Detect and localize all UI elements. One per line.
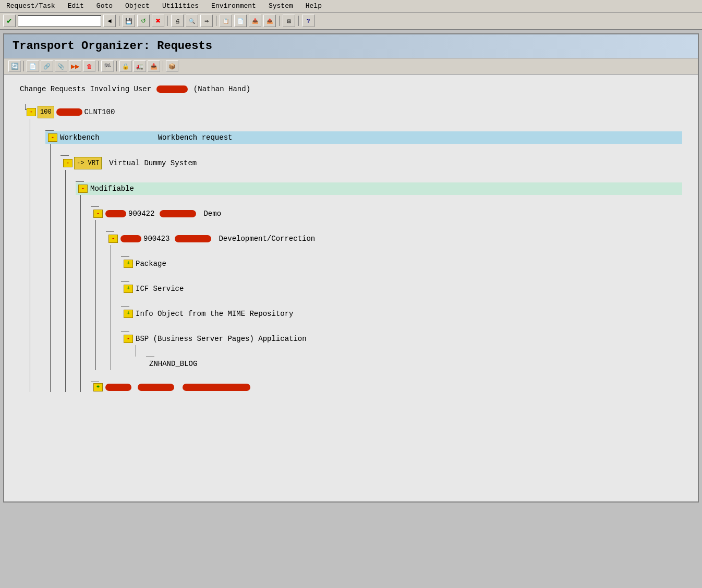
folder-bottom-icon[interactable]: + bbox=[93, 383, 103, 391]
tree-node-bottom-connector bbox=[91, 370, 682, 383]
sec-delete-button[interactable]: 🗑 bbox=[83, 60, 95, 72]
page-title: Transport Organizer: Requests bbox=[13, 40, 212, 53]
clipboard3-button[interactable]: 📥 bbox=[249, 15, 261, 27]
grid-button[interactable]: ⊞ bbox=[283, 15, 295, 27]
header-text: Change Requests Involving User (Nathan H… bbox=[20, 85, 682, 93]
tree-node-vrt[interactable]: - -> VRT Virtual Dummy System bbox=[60, 156, 682, 170]
folder-bsp-icon[interactable]: - bbox=[124, 335, 133, 343]
clipboard2-button[interactable]: 📄 bbox=[234, 15, 247, 27]
tree-node-workbench[interactable]: - Workbench Workbench request bbox=[45, 131, 682, 144]
find-next-button[interactable]: ⇒ bbox=[200, 15, 213, 27]
folder-vrt-icon[interactable]: - bbox=[63, 159, 72, 167]
clipboard4-button[interactable]: 📤 bbox=[263, 15, 276, 27]
sec-import-button[interactable]: 📥 bbox=[148, 60, 160, 72]
command-field[interactable] bbox=[18, 15, 101, 27]
back-button[interactable]: ◄ bbox=[103, 15, 116, 27]
menu-bar: Request/Task Edit Goto Object Utilities … bbox=[0, 0, 702, 13]
workbench-label: Workbench bbox=[60, 132, 100, 143]
sec-sep-2 bbox=[98, 61, 99, 71]
tree-node-package[interactable]: + Package bbox=[121, 258, 682, 270]
tree-node-vrt-connector bbox=[60, 144, 682, 156]
separator-3 bbox=[216, 16, 216, 26]
node-900423-num: 900423 bbox=[143, 233, 170, 244]
info-label: Info Object from the MIME Repository bbox=[136, 308, 293, 320]
refresh-button[interactable]: ↺ bbox=[137, 15, 150, 27]
vrt-desc: Virtual Dummy System bbox=[109, 157, 197, 169]
tree-node-modifiable[interactable]: - Modifiable bbox=[76, 182, 682, 195]
znhand-label: ZNHAND_BLOG bbox=[149, 358, 197, 370]
sec-transport-button[interactable]: ▶▶ bbox=[69, 60, 81, 72]
menu-system[interactable]: System bbox=[267, 2, 295, 10]
find-button[interactable]: 🔍 bbox=[186, 15, 198, 27]
tree-node-package-connector bbox=[121, 245, 682, 258]
node-bottom-redacted1 bbox=[105, 384, 131, 391]
tree-node-900422[interactable]: - 900422 Demo bbox=[91, 207, 682, 220]
node-100-redacted bbox=[56, 108, 82, 116]
icf-label: ICF Service bbox=[136, 283, 184, 295]
tree-node-info-connector bbox=[121, 295, 682, 308]
print-button[interactable]: 🖨 bbox=[171, 15, 184, 27]
menu-utilities[interactable]: Utilities bbox=[160, 2, 201, 10]
tree-node-icf[interactable]: + ICF Service bbox=[121, 283, 682, 295]
folder-workbench-icon[interactable]: - bbox=[48, 133, 57, 142]
folder-900423-icon[interactable]: - bbox=[108, 235, 118, 243]
tree-node-workbench-connector bbox=[45, 119, 682, 131]
sec-truck-button[interactable]: 🚛 bbox=[134, 60, 146, 72]
help-button[interactable]: ? bbox=[302, 15, 314, 27]
menu-goto[interactable]: Goto bbox=[94, 2, 115, 10]
change-requests-label: Change Requests Involving User bbox=[20, 85, 151, 93]
system-toolbar: ✔ ◄ 💾 ↺ ✖ 🖨 🔍 ⇒ 📋 📄 📥 📤 ⊞ ? bbox=[0, 13, 702, 30]
node-900422-num: 900422 bbox=[128, 208, 154, 219]
sec-sep-4 bbox=[163, 61, 163, 71]
sec-new-button[interactable]: 📄 bbox=[27, 60, 39, 72]
bsp-label: BSP (Business Server Pages) Application bbox=[136, 333, 307, 345]
sec-refresh-button[interactable]: 🔄 bbox=[8, 60, 21, 72]
tree-node-icf-connector bbox=[121, 270, 682, 283]
save-button[interactable]: 💾 bbox=[123, 15, 135, 27]
menu-request-task[interactable]: Request/Task bbox=[4, 2, 57, 10]
tree-node-znhand-connector bbox=[146, 345, 682, 358]
sec-object-button[interactable]: 📦 bbox=[166, 60, 178, 72]
stop-button[interactable]: ✖ bbox=[152, 15, 164, 27]
folder-package-icon[interactable]: + bbox=[124, 260, 133, 268]
node-100-tag: 100 bbox=[38, 106, 54, 118]
tree-node-znhand[interactable]: ZNHAND_BLOG bbox=[146, 358, 682, 370]
sec-sep-1 bbox=[23, 61, 24, 71]
modifiable-label: Modifiable bbox=[90, 183, 134, 194]
node-900422-redacted2 bbox=[160, 210, 196, 217]
separator-2 bbox=[167, 16, 168, 26]
folder-100-icon[interactable]: - bbox=[27, 108, 36, 116]
tree-node-bottom[interactable]: + bbox=[91, 383, 682, 392]
tree-node-bsp[interactable]: - BSP (Business Server Pages) Applicatio… bbox=[121, 333, 682, 345]
menu-object[interactable]: Object bbox=[123, 2, 152, 10]
check-button[interactable]: ✔ bbox=[3, 15, 16, 27]
username-redacted bbox=[156, 85, 188, 93]
folder-icf-icon[interactable]: + bbox=[124, 285, 133, 293]
workbench-desc: Workbench request bbox=[158, 132, 233, 143]
sec-lock-button[interactable]: 🔒 bbox=[119, 60, 132, 72]
main-window: Transport Organizer: Requests 🔄 📄 🔗 📎 ▶▶… bbox=[3, 33, 699, 503]
folder-info-icon[interactable]: + bbox=[124, 310, 133, 318]
separator-4 bbox=[279, 16, 280, 26]
separator-5 bbox=[298, 16, 299, 26]
folder-modifiable-icon[interactable]: - bbox=[78, 185, 88, 193]
sec-release-button[interactable]: 🏁 bbox=[101, 60, 114, 72]
menu-edit[interactable]: Edit bbox=[66, 2, 86, 10]
content-area: Change Requests Involving User (Nathan H… bbox=[4, 75, 698, 402]
separator-1 bbox=[119, 16, 119, 26]
tree-node-100[interactable]: - 100 CLNT100 bbox=[20, 105, 682, 119]
node-900423-desc: Development/Correction bbox=[219, 233, 315, 244]
sec-link-button[interactable]: 🔗 bbox=[41, 60, 53, 72]
sec-sep-3 bbox=[116, 61, 117, 71]
page-title-bar: Transport Organizer: Requests bbox=[4, 34, 698, 58]
node-bottom-redacted3 bbox=[183, 384, 250, 391]
clipboard1-button[interactable]: 📋 bbox=[220, 15, 232, 27]
folder-900422-icon[interactable]: - bbox=[93, 210, 103, 218]
sec-assign-button[interactable]: 📎 bbox=[55, 60, 67, 72]
node-900423-redacted1 bbox=[120, 235, 141, 242]
tree-node-900423[interactable]: - 900423 Development/Correction bbox=[106, 232, 682, 245]
menu-help[interactable]: Help bbox=[304, 2, 324, 10]
tree-container: - 100 CLNT100 - Workbench bbox=[20, 104, 682, 392]
menu-environment[interactable]: Environment bbox=[209, 2, 258, 10]
tree-node-info[interactable]: + Info Object from the MIME Repository bbox=[121, 308, 682, 320]
